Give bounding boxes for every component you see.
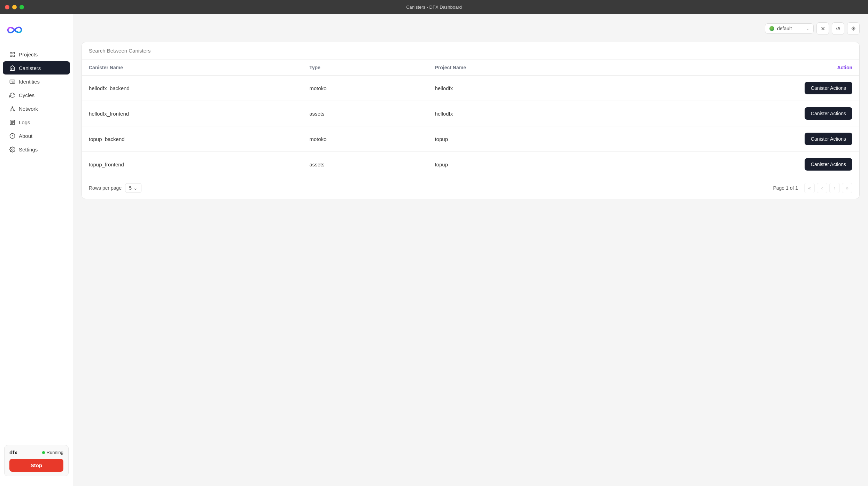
prev-page-button[interactable]: ‹ <box>817 183 827 193</box>
refresh-button[interactable]: ↻ <box>832 22 844 35</box>
sidebar-item-settings[interactable]: Settings <box>3 143 70 156</box>
cell-project: hellodfx <box>428 101 610 126</box>
header: default ⌄ ✕ ↻ ☀ <box>82 22 860 35</box>
logo <box>0 19 73 47</box>
cell-canister-name: hellodfx_frontend <box>82 101 302 126</box>
sidebar-item-canisters-label: Canisters <box>19 65 41 71</box>
next-page-button[interactable]: › <box>829 183 840 193</box>
sidebar-item-cycles[interactable]: Cycles <box>3 88 70 102</box>
network-icon <box>9 105 15 112</box>
dfx-status-card: dfx Running Stop <box>4 445 69 476</box>
sun-icon: ☀ <box>851 25 856 32</box>
settings-icon <box>9 146 15 152</box>
table-header: Canister Name Type Project Name Action <box>82 60 859 76</box>
cell-canister-name: topup_frontend <box>82 152 302 177</box>
prev-page-icon: ‹ <box>821 185 823 191</box>
dfx-status-row: dfx Running <box>9 449 63 455</box>
canister-actions-button[interactable]: Canister Actions <box>805 133 852 145</box>
sidebar-item-network-label: Network <box>19 106 38 112</box>
rows-select-chevron-icon: ⌄ <box>133 185 138 191</box>
canisters-table: Canister Name Type Project Name Action h… <box>82 60 859 177</box>
sidebar-item-projects-label: Projects <box>19 52 38 57</box>
theme-toggle-button[interactable]: ☀ <box>847 22 860 35</box>
sidebar-item-about[interactable]: About <box>3 129 70 142</box>
sidebar-item-about-label: About <box>19 133 32 139</box>
running-dot-icon <box>42 451 45 454</box>
last-page-icon: » <box>846 185 848 191</box>
cell-canister-name: topup_backend <box>82 126 302 152</box>
svg-rect-0 <box>10 52 12 54</box>
sidebar-item-logs-label: Logs <box>19 119 30 125</box>
first-page-button[interactable]: « <box>804 183 815 193</box>
network-name: default <box>777 26 803 31</box>
cell-project: hellodfx <box>428 76 610 101</box>
rows-per-page-control: Rows per page 5 ⌄ <box>89 183 141 193</box>
titlebar: Canisters - DFX Dashboard <box>0 0 868 14</box>
pagination-controls: Page 1 of 1 « ‹ › » <box>773 183 852 193</box>
chevron-down-icon: ⌄ <box>806 26 809 31</box>
svg-rect-2 <box>13 55 14 56</box>
about-icon <box>9 133 15 139</box>
last-page-button[interactable]: » <box>842 183 852 193</box>
canister-actions-button[interactable]: Canister Actions <box>805 158 852 171</box>
sidebar-item-projects[interactable]: Projects <box>3 48 70 61</box>
network-selector[interactable]: default ⌄ <box>765 23 814 34</box>
cell-type: assets <box>302 152 428 177</box>
svg-line-11 <box>10 107 12 110</box>
canister-actions-button[interactable]: Canister Actions <box>805 107 852 120</box>
table-footer: Rows per page 5 ⌄ Page 1 of 1 « ‹ › <box>82 177 859 199</box>
logs-icon <box>9 119 15 125</box>
next-page-icon: › <box>834 185 836 191</box>
cell-action: Canister Actions <box>610 76 859 101</box>
traffic-lights <box>5 5 24 9</box>
fullscreen-traffic-light[interactable] <box>20 5 24 9</box>
search-input[interactable] <box>89 48 852 54</box>
table-body: hellodfx_backend motoko hellodfx Caniste… <box>82 76 859 177</box>
sidebar-item-identities[interactable]: Identities <box>3 75 70 88</box>
table-row: hellodfx_backend motoko hellodfx Caniste… <box>82 76 859 101</box>
cycles-icon <box>9 92 15 98</box>
id-icon <box>9 78 15 85</box>
first-page-icon: « <box>808 185 811 191</box>
sidebar-item-logs[interactable]: Logs <box>3 116 70 129</box>
page-info: Page 1 of 1 <box>773 185 798 191</box>
col-header-action: Action <box>610 60 859 76</box>
close-traffic-light[interactable] <box>5 5 9 9</box>
stop-button[interactable]: Stop <box>9 459 63 472</box>
cell-type: assets <box>302 101 428 126</box>
rows-per-page-label: Rows per page <box>89 185 122 191</box>
cell-canister-name: hellodfx_backend <box>82 76 302 101</box>
sidebar: Projects Canisters Identities <box>0 14 73 486</box>
home-icon <box>9 65 15 71</box>
sidebar-item-network[interactable]: Network <box>3 102 70 115</box>
minimize-traffic-light[interactable] <box>12 5 17 9</box>
cell-action: Canister Actions <box>610 152 859 177</box>
sidebar-item-settings-label: Settings <box>19 147 38 152</box>
rows-per-page-value: 5 <box>129 185 132 191</box>
window-title: Canisters - DFX Dashboard <box>406 5 462 10</box>
svg-point-20 <box>11 149 13 150</box>
col-header-project: Project Name <box>428 60 610 76</box>
cell-action: Canister Actions <box>610 101 859 126</box>
search-bar <box>82 42 859 60</box>
table-row: hellodfx_frontend assets hellodfx Canist… <box>82 101 859 126</box>
canister-actions-button[interactable]: Canister Actions <box>805 82 852 94</box>
svg-rect-4 <box>10 80 15 83</box>
rows-per-page-select[interactable]: 5 ⌄ <box>125 183 141 193</box>
sidebar-item-identities-label: Identities <box>19 79 40 85</box>
cell-action: Canister Actions <box>610 126 859 152</box>
running-status-label: Running <box>47 450 63 455</box>
cell-project: topup <box>428 152 610 177</box>
cell-type: motoko <box>302 76 428 101</box>
cell-project: topup <box>428 126 610 152</box>
svg-line-12 <box>12 107 14 110</box>
sidebar-item-canisters[interactable]: Canisters <box>3 61 70 75</box>
sidebar-item-cycles-label: Cycles <box>19 92 34 98</box>
sidebar-nav: Projects Canisters Identities <box>0 47 73 156</box>
close-button[interactable]: ✕ <box>816 22 829 35</box>
cell-type: motoko <box>302 126 428 152</box>
running-badge: Running <box>42 450 63 455</box>
svg-rect-3 <box>10 55 12 56</box>
table-row: topup_frontend assets topup Canister Act… <box>82 152 859 177</box>
col-header-name: Canister Name <box>82 60 302 76</box>
